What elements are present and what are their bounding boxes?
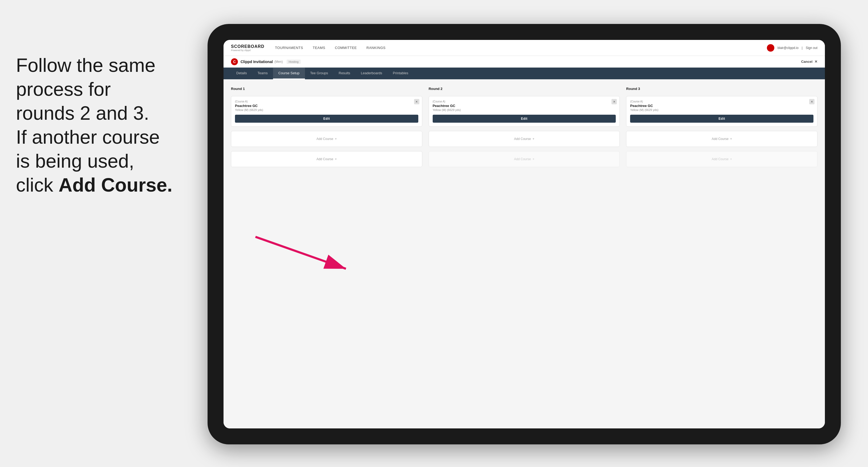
tournament-logo: C — [231, 58, 238, 65]
round-1-course-details: Yellow (M) (6629 yds) — [235, 108, 418, 112]
cancel-icon: ✕ — [814, 60, 817, 64]
tab-course-setup[interactable]: Course Setup — [273, 68, 305, 79]
tab-tee-groups[interactable]: Tee Groups — [305, 68, 333, 79]
instruction-line3: rounds 2 and 3. — [16, 102, 149, 124]
main-nav: TOURNAMENTS TEAMS COMMITTEE RANKINGS — [275, 46, 767, 50]
round-1-course-card-1: × (Course A) Peachtree GC Yellow (M) (66… — [231, 96, 422, 127]
nav-teams[interactable]: TEAMS — [313, 46, 325, 50]
round-3-add-course-2: Add Course + — [626, 151, 817, 167]
tab-details[interactable]: Details — [231, 68, 252, 79]
rounds-grid: Round 1 × (Course A) Peachtree GC Yellow… — [231, 87, 817, 167]
round-2-add-course-2-plus: + — [532, 157, 534, 161]
round-2-column: Round 2 × (Course A) Peachtree GC Yellow… — [429, 87, 620, 167]
round-3-add-course-2-label: Add Course — [712, 157, 728, 161]
round-3-course-card-1: × (Course A) Peachtree GC Yellow (M) (66… — [626, 96, 817, 127]
user-avatar — [767, 44, 774, 52]
round-3-column: Round 3 × (Course A) Peachtree GC Yellow… — [626, 87, 817, 167]
tournament-logo-letter: C — [233, 60, 236, 64]
round-2-add-course-1-plus: + — [532, 137, 534, 141]
round-3-course-name: Peachtree GC — [630, 104, 813, 108]
round-2-course-name: Peachtree GC — [433, 104, 616, 108]
round-2-label: Round 2 — [429, 87, 620, 91]
round-3-add-course-1-plus: + — [730, 137, 732, 141]
round-2-add-course-1[interactable]: Add Course + — [429, 131, 620, 147]
top-nav-right: blair@clippd.io | Sign out — [767, 44, 817, 52]
tournament-header: C Clippd Invitational (Men) Hosting Canc… — [223, 56, 825, 68]
round-1-add-course-2[interactable]: Add Course + — [231, 151, 422, 167]
top-nav: SCOREBOARD Powered by clippd TOURNAMENTS… — [223, 40, 825, 56]
instruction-panel: Follow the same process for rounds 2 and… — [0, 42, 199, 208]
round-3-course-tag: (Course A) — [630, 100, 813, 103]
round-1-add-course-1-plus: + — [335, 137, 337, 141]
user-email: blair@clippd.io — [778, 46, 799, 50]
nav-divider: | — [802, 46, 803, 50]
brand-logo: SCOREBOARD Powered by clippd — [231, 44, 265, 52]
round-3-add-course-1-label: Add Course — [712, 137, 728, 141]
tablet-device: SCOREBOARD Powered by clippd TOURNAMENTS… — [208, 24, 841, 444]
instruction-line6-prefix: click — [16, 174, 59, 195]
round-1-remove-button[interactable]: × — [414, 99, 420, 104]
round-1-add-course-1[interactable]: Add Course + — [231, 131, 422, 147]
round-1-label: Round 1 — [231, 87, 422, 91]
tab-printables[interactable]: Printables — [388, 68, 413, 79]
round-3-edit-button[interactable]: Edit — [630, 115, 813, 123]
round-3-label: Round 3 — [626, 87, 817, 91]
round-2-remove-button[interactable]: × — [612, 99, 617, 104]
round-2-course-tag: (Course A) — [433, 100, 616, 103]
powered-by: Powered by clippd — [231, 49, 265, 52]
instruction-line6-bold: Add Course. — [59, 174, 173, 195]
instruction-line4: If another course — [16, 126, 160, 148]
round-1-course-tag: (Course A) — [235, 100, 418, 103]
instruction-line5: is being used, — [16, 150, 134, 172]
instruction-line2: process for — [16, 79, 111, 100]
round-1-edit-button[interactable]: Edit — [235, 115, 418, 123]
nav-committee[interactable]: COMMITTEE — [335, 46, 357, 50]
nav-rankings[interactable]: RANKINGS — [366, 46, 385, 50]
tournament-type: (Men) — [274, 60, 283, 64]
tournament-hosting: Hosting — [287, 60, 301, 64]
tournament-name: Clippd Invitational — [241, 60, 273, 64]
round-2-course-details: Yellow (M) (6629 yds) — [433, 108, 616, 112]
round-3-add-course-1[interactable]: Add Course + — [626, 131, 817, 147]
round-2-edit-button[interactable]: Edit — [433, 115, 616, 123]
tab-leaderboards[interactable]: Leaderboards — [355, 68, 388, 79]
round-1-course-name: Peachtree GC — [235, 104, 418, 108]
sign-out-link[interactable]: Sign out — [806, 46, 817, 50]
cancel-button[interactable]: Cancel ✕ — [800, 60, 817, 64]
round-3-add-course-2-plus: + — [730, 157, 732, 161]
round-3-remove-button[interactable]: × — [809, 99, 814, 104]
instruction-line1: Follow the same — [16, 55, 155, 76]
round-1-column: Round 1 × (Course A) Peachtree GC Yellow… — [231, 87, 422, 167]
tab-bar: Details Teams Course Setup Tee Groups Re… — [223, 68, 825, 79]
round-1-add-course-2-label: Add Course — [316, 157, 333, 161]
round-2-add-course-1-label: Add Course — [514, 137, 531, 141]
brand-name: SCOREBOARD — [231, 44, 265, 49]
round-3-course-details: Yellow (M) (6629 yds) — [630, 108, 813, 112]
nav-tournaments[interactable]: TOURNAMENTS — [275, 46, 303, 50]
round-2-add-course-2-label: Add Course — [514, 157, 531, 161]
tab-teams[interactable]: Teams — [252, 68, 273, 79]
round-1-add-course-2-plus: + — [335, 157, 337, 161]
round-1-add-course-1-label: Add Course — [316, 137, 333, 141]
cancel-label: Cancel — [801, 60, 813, 64]
main-content: Round 1 × (Course A) Peachtree GC Yellow… — [223, 79, 825, 428]
round-2-course-card-1: × (Course A) Peachtree GC Yellow (M) (66… — [429, 96, 620, 127]
round-2-add-course-2: Add Course + — [429, 151, 620, 167]
tab-results[interactable]: Results — [333, 68, 355, 79]
tablet-screen: SCOREBOARD Powered by clippd TOURNAMENTS… — [223, 40, 825, 428]
